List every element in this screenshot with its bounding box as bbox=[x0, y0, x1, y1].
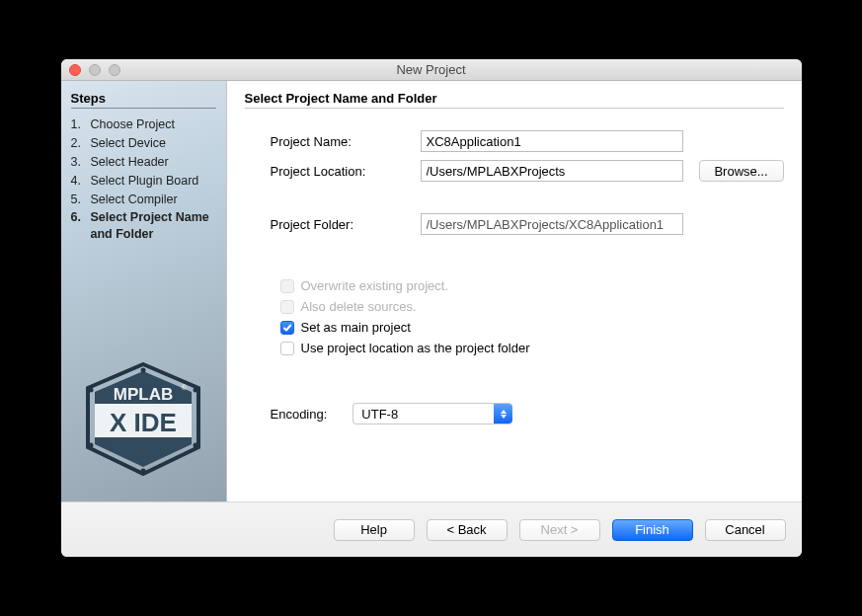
set-main-option[interactable]: Set as main project bbox=[280, 320, 784, 335]
step-item: 3.Select Header bbox=[71, 154, 216, 171]
step-item: 4.Select Plugin Board bbox=[71, 173, 216, 190]
steps-list: 1.Choose Project 2.Select Device 3.Selec… bbox=[71, 116, 216, 243]
section-title: Select Project Name and Folder bbox=[245, 91, 784, 106]
zoom-icon bbox=[109, 64, 120, 76]
delete-sources-option: Also delete sources. bbox=[280, 299, 784, 314]
options-group: Overwrite existing project. Also delete … bbox=[245, 278, 784, 355]
svg-text:MPLAB: MPLAB bbox=[114, 385, 173, 404]
new-project-dialog: New Project Steps 1.Choose Project 2.Sel… bbox=[61, 59, 802, 557]
steps-heading: Steps bbox=[71, 91, 216, 106]
svg-point-5 bbox=[194, 443, 198, 448]
checkbox-icon[interactable] bbox=[280, 342, 294, 355]
delete-sources-label: Also delete sources. bbox=[301, 299, 417, 314]
form-grid: Project Name: Project Location: Browse..… bbox=[245, 130, 784, 235]
minimize-icon bbox=[89, 64, 101, 76]
steps-divider bbox=[71, 108, 216, 109]
finish-button[interactable]: Finish bbox=[612, 519, 693, 541]
mplab-logo-icon: MPLAB ® X IDE bbox=[84, 362, 202, 476]
step-item: 1.Choose Project bbox=[71, 116, 216, 133]
use-location-label: Use project location as the project fold… bbox=[301, 341, 530, 355]
overwrite-option: Overwrite existing project. bbox=[280, 278, 784, 293]
project-location-label: Project Location: bbox=[271, 164, 411, 179]
updown-icon[interactable] bbox=[494, 404, 512, 424]
encoding-select[interactable]: UTF-8 bbox=[353, 403, 512, 424]
svg-text:®: ® bbox=[181, 384, 187, 391]
cancel-button[interactable]: Cancel bbox=[705, 519, 786, 541]
close-icon[interactable] bbox=[69, 64, 81, 76]
titlebar: New Project bbox=[61, 59, 802, 81]
checkbox-icon bbox=[280, 279, 294, 293]
svg-point-6 bbox=[141, 469, 146, 474]
step-item: 2.Select Device bbox=[71, 135, 216, 152]
checkbox-icon bbox=[280, 300, 294, 314]
overwrite-label: Overwrite existing project. bbox=[301, 278, 449, 293]
set-main-label: Set as main project bbox=[301, 320, 411, 335]
svg-text:X IDE: X IDE bbox=[110, 408, 177, 437]
wizard-content: Select Project Name and Folder Project N… bbox=[227, 81, 802, 501]
use-location-option[interactable]: Use project location as the project fold… bbox=[280, 341, 784, 355]
project-name-label: Project Name: bbox=[271, 134, 411, 149]
next-button: Next > bbox=[519, 519, 600, 541]
encoding-label: Encoding: bbox=[271, 407, 328, 422]
help-button[interactable]: Help bbox=[334, 519, 415, 541]
mplab-logo: MPLAB ® X IDE bbox=[61, 362, 226, 501]
browse-button[interactable]: Browse... bbox=[699, 160, 784, 182]
project-folder-label: Project Folder: bbox=[271, 217, 411, 232]
encoding-value: UTF-8 bbox=[361, 407, 398, 422]
project-location-input[interactable] bbox=[421, 160, 683, 182]
back-button[interactable]: < Back bbox=[427, 519, 508, 541]
svg-point-8 bbox=[89, 388, 94, 393]
svg-point-7 bbox=[89, 443, 94, 448]
encoding-row: Encoding: UTF-8 bbox=[245, 403, 784, 424]
checkbox-checked-icon[interactable] bbox=[280, 321, 294, 335]
wizard-footer: Help < Back Next > Finish Cancel bbox=[61, 501, 802, 557]
steps-sidebar: Steps 1.Choose Project 2.Select Device 3… bbox=[61, 81, 227, 501]
svg-point-4 bbox=[194, 388, 198, 393]
section-divider bbox=[245, 108, 784, 109]
project-name-input[interactable] bbox=[421, 130, 683, 152]
project-folder-input bbox=[421, 213, 683, 235]
svg-point-3 bbox=[141, 368, 146, 373]
window-controls bbox=[61, 64, 120, 76]
step-item-current: 6.Select Project Name and Folder bbox=[71, 209, 216, 243]
window-title: New Project bbox=[61, 62, 802, 77]
step-item: 5.Select Compiler bbox=[71, 192, 216, 208]
